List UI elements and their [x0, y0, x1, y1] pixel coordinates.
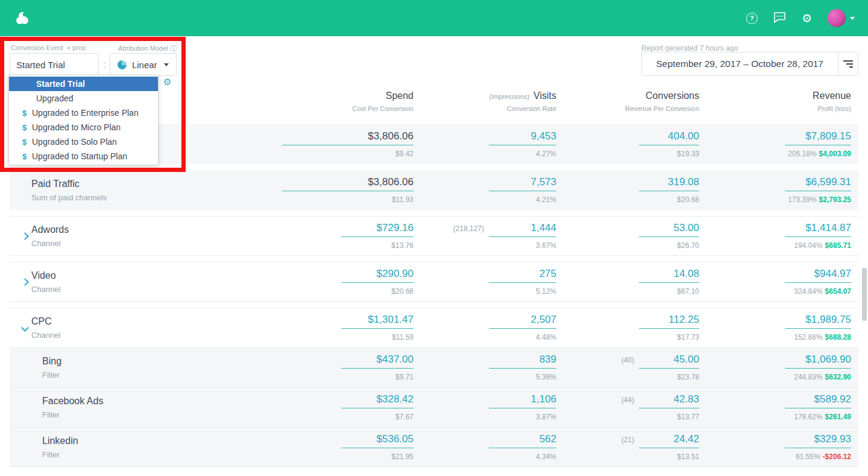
- row-name: Facebook Ads: [42, 396, 103, 407]
- profit-percent: 324.84%: [794, 287, 822, 296]
- header-conversions[interactable]: Conversions Revenue Per Conversion: [556, 90, 699, 112]
- conversion-rate: 4.48%: [414, 333, 556, 341]
- dropdown-item-label: Upgraded: [36, 94, 74, 103]
- spend-value[interactable]: $3,806.06: [282, 177, 414, 191]
- conversions-value[interactable]: 53.00: [639, 223, 699, 237]
- chat-icon[interactable]: [773, 11, 786, 25]
- attribution-logo-icon[interactable]: [13, 9, 31, 27]
- dropdown-item-label: Upgraded to Startup Plan: [32, 151, 127, 161]
- expand-chevron-icon[interactable]: [18, 325, 31, 331]
- row-subtitle: Channel: [31, 239, 69, 248]
- visits-value[interactable]: 1,106: [489, 394, 556, 408]
- dropdown-item-label: Upgraded to Solo Plan: [32, 137, 117, 147]
- spend-value[interactable]: $3,806.06: [282, 131, 414, 145]
- report-options-button[interactable]: [838, 52, 858, 75]
- user-menu[interactable]: [828, 9, 855, 27]
- conversions-value[interactable]: 24.42: [639, 434, 699, 448]
- settings-gear-icon[interactable]: ⚙: [802, 13, 812, 24]
- table-row[interactable]: Video Channel $290.90 $20.66 275 5.12% 1…: [10, 262, 858, 302]
- column-settings-gear-icon[interactable]: ⚙: [163, 77, 171, 87]
- profit-amount: $685.71: [825, 241, 851, 250]
- spend-value[interactable]: $729.16: [341, 223, 414, 237]
- table-row[interactable]: CPC Channel $1,301.47 $11.59 2,507 4.48%…: [10, 308, 858, 347]
- filter-separator: :: [103, 60, 105, 69]
- attribution-model-dropdown[interactable]: Linear: [110, 53, 177, 76]
- dropdown-item[interactable]: $ Upgraded to Micro Plan: [9, 120, 158, 135]
- revenue-value[interactable]: $1,414.87: [785, 223, 851, 237]
- header-visits[interactable]: (Impressions)Visits Conversion Rate: [414, 90, 556, 112]
- spend-value[interactable]: $437.00: [341, 354, 414, 369]
- dropdown-item[interactable]: $ Upgraded to Solo Plan: [9, 135, 158, 149]
- profit-amount: $632.90: [825, 373, 851, 381]
- visits-value[interactable]: 9,453: [489, 131, 556, 145]
- date-range-picker[interactable]: September 29, 2017 – October 28, 2017: [641, 52, 858, 76]
- table-row[interactable]: Linkedin Filter $536.05 $21.95 562 4.34%…: [10, 427, 858, 467]
- profit-amount: $654.07: [825, 287, 851, 296]
- revenue-value[interactable]: $7,809.15: [785, 131, 851, 145]
- row-name: Paid Traffic: [31, 179, 107, 189]
- table-row[interactable]: Adwords Channel $729.16 $13.76 (218,127)…: [10, 216, 858, 256]
- spend-value[interactable]: $1,301.47: [341, 314, 414, 329]
- cost-per-conversion: $9.71: [271, 373, 414, 381]
- conversion-rate: 4.27%: [414, 150, 556, 158]
- dollar-icon: $: [22, 152, 27, 161]
- table-row[interactable]: Facebook Ads Filter $328.42 $7.67 1,106 …: [10, 387, 858, 427]
- spend-value[interactable]: $536.05: [341, 434, 414, 448]
- row-name: Bing: [42, 356, 61, 367]
- header-revenue[interactable]: Revenue Profit (loss): [699, 90, 851, 112]
- revenue-per-conversion: $13.51: [556, 452, 699, 461]
- visits-value[interactable]: 562: [489, 434, 556, 448]
- cost-per-conversion: $7.67: [271, 413, 414, 421]
- row-subtitle: Channel: [31, 331, 60, 340]
- expand-chevron-icon[interactable]: [18, 233, 31, 239]
- revenue-value[interactable]: $1,069.90: [785, 354, 851, 369]
- impressions-value: (218,127): [453, 224, 484, 233]
- revenue-value[interactable]: $6,599.31: [785, 177, 851, 191]
- chevron-down-icon: [164, 63, 169, 66]
- revenue-value[interactable]: $589.92: [785, 394, 851, 408]
- attribution-model-label-text: Attribution Model: [118, 45, 168, 52]
- spend-value[interactable]: $290.90: [341, 268, 414, 283]
- conversion-event-input[interactable]: [10, 53, 99, 76]
- conversions-value[interactable]: 112.25: [639, 314, 699, 329]
- top-nav: ? ⚙: [0, 0, 868, 36]
- revenue-value[interactable]: $1,989.75: [785, 314, 851, 329]
- header-spend[interactable]: Spend Cost Per Conversion: [271, 90, 414, 112]
- visits-value[interactable]: 839: [489, 354, 556, 369]
- visits-value[interactable]: 2,507: [489, 314, 556, 329]
- dropdown-item[interactable]: $ Upgraded to Enterprise Plan: [9, 106, 158, 120]
- dropdown-item[interactable]: $ Upgraded: [9, 91, 158, 106]
- row-subtitle: Filter: [42, 450, 78, 459]
- date-range-text[interactable]: September 29, 2017 – October 28, 2017: [642, 52, 838, 75]
- row-subtitle: Channel: [31, 285, 60, 294]
- profit-percent: 179.62%: [794, 413, 822, 421]
- expand-chevron-icon[interactable]: [18, 279, 31, 285]
- vertical-scrollbar[interactable]: [862, 268, 867, 321]
- revenue-value[interactable]: $944.97: [785, 268, 851, 283]
- avatar[interactable]: [828, 9, 846, 27]
- dropdown-item[interactable]: $ Started Trial: [9, 77, 158, 91]
- add-prop-button[interactable]: + prop: [67, 44, 86, 51]
- dropdown-item[interactable]: $ Upgraded to Startup Plan: [9, 149, 158, 163]
- info-icon[interactable]: ⓘ: [171, 45, 177, 52]
- profit-amount: $2,793.25: [819, 195, 851, 204]
- table-row[interactable]: Paid Traffic Sum of paid channels $3,806…: [10, 170, 858, 210]
- conversions-value[interactable]: 45.00: [639, 354, 699, 369]
- conversion-rate: 4.34%: [414, 452, 556, 461]
- dollar-icon: $: [22, 123, 27, 132]
- visits-value[interactable]: 275: [489, 268, 556, 283]
- revenue-value[interactable]: $329.93: [785, 434, 851, 448]
- conversion-count-badge: (21): [621, 436, 634, 444]
- dollar-icon: $: [22, 138, 27, 147]
- visits-value[interactable]: 7,573: [489, 177, 556, 191]
- table-row[interactable]: Bing Filter $437.00 $9.71 839 5.36% (40)…: [10, 347, 858, 387]
- help-icon[interactable]: ?: [746, 13, 758, 24]
- visits-value[interactable]: 1,444: [489, 223, 556, 237]
- conversions-value[interactable]: 42.83: [639, 394, 699, 408]
- spend-value[interactable]: $328.42: [341, 394, 414, 408]
- conversions-value[interactable]: 14.08: [639, 268, 699, 283]
- conversions-value[interactable]: 319.08: [639, 177, 699, 191]
- profit-amount: $261.49: [825, 413, 851, 421]
- conversions-value[interactable]: 404.00: [639, 131, 699, 145]
- conversion-count-badge: (40): [621, 356, 634, 364]
